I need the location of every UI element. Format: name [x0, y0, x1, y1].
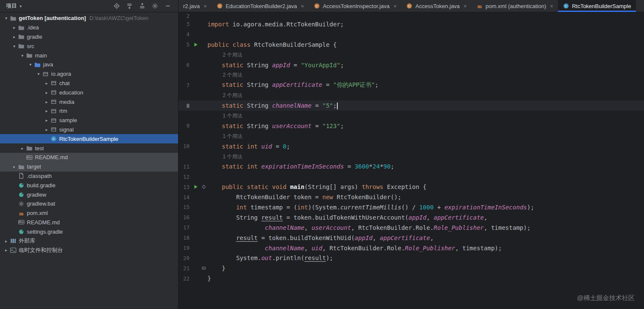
tree-item-gradle[interactable]: ▸gradle — [0, 32, 178, 42]
editor-gutter[interactable]: 4 — [178, 29, 207, 40]
code-line[interactable]: 13 public static void main(String[] args… — [178, 182, 644, 192]
code-line[interactable]: 9 static String userAccount = "123"; — [178, 121, 644, 131]
tab-AccessTokenInspector.java[interactable]: CAccessTokenInspector.java× — [309, 0, 401, 12]
editor-gutter[interactable]: 9 — [178, 121, 207, 131]
tree-item-src[interactable]: ▾src — [0, 41, 178, 51]
project-view-dropdown[interactable]: 项目 ▾ — [6, 2, 22, 10]
editor-gutter[interactable]: 11 — [178, 161, 207, 172]
usage-count-inlay[interactable]: 1 个用法 — [207, 154, 242, 160]
chevron-right-icon[interactable]: ▸ — [11, 34, 18, 39]
usage-count-inlay[interactable]: 1 个用法 — [207, 133, 242, 139]
chevron-down-icon[interactable]: ▾ — [3, 16, 10, 20]
diamond-icon[interactable] — [201, 184, 207, 190]
tree-item-gradlew.bat[interactable]: gradlew.bat — [0, 199, 178, 209]
tree-item-java[interactable]: ▾java — [0, 60, 178, 69]
inlay-hint-row[interactable]: 2 个用法 — [178, 50, 644, 60]
locate-icon[interactable] — [113, 3, 120, 9]
tree-item-signal[interactable]: ▸signal — [0, 125, 178, 134]
tab-RtcTokenBuilderSample[interactable]: CRtcTokenBuilderSample — [558, 0, 636, 12]
tree-item-pom.xml[interactable]: mpom.xml — [0, 209, 178, 218]
editor-gutter[interactable]: 16 — [178, 212, 207, 223]
editor-gutter[interactable] — [178, 50, 207, 60]
chevron-down-icon[interactable]: ▾ — [11, 44, 18, 49]
code-line[interactable]: 4 — [178, 29, 644, 40]
chevron-right-icon[interactable]: ▸ — [43, 100, 50, 104]
chevron-down-icon[interactable]: ▾ — [35, 72, 42, 76]
tree-item-chat[interactable]: ▸chat — [0, 79, 178, 88]
tree-item-README.md[interactable]: README.md — [0, 153, 178, 162]
tab-r2.java[interactable]: r2.java× — [178, 0, 212, 12]
chevron-right-icon[interactable]: ▸ — [11, 25, 18, 30]
tree-item-settings.gradle[interactable]: settings.gradle — [0, 227, 178, 236]
editor-gutter[interactable]: 20 — [178, 253, 207, 263]
tree-item-build.gradle[interactable]: build.gradle — [0, 180, 178, 190]
run-icon[interactable] — [193, 42, 198, 47]
tab-EducationTokenBuilder2.java[interactable]: CEducationTokenBuilder2.java× — [212, 0, 309, 12]
tree-item-RtcTokenBuilderSample[interactable]: CRtcTokenBuilderSample — [0, 134, 178, 143]
code-line[interactable]: 5public class RtcTokenBuilderSample { — [178, 40, 644, 50]
editor-gutter[interactable]: 22 — [178, 273, 207, 283]
editor-gutter[interactable]: 5 — [178, 40, 207, 50]
inlay-hint-row[interactable]: 2 个用法 — [178, 90, 644, 100]
editor-gutter[interactable]: 13 — [178, 182, 207, 192]
editor-gutter[interactable] — [178, 131, 207, 141]
code-line[interactable]: 17 channelName, userAccount, RtcTokenBui… — [178, 223, 644, 233]
code-line[interactable]: 22} — [178, 273, 644, 283]
tree-item-gradlew[interactable]: gradlew — [0, 190, 178, 199]
usage-count-inlay[interactable]: 2 个用法 — [207, 92, 242, 98]
tab-close-icon[interactable]: × — [301, 3, 304, 9]
tree-item-test[interactable]: ▸test — [0, 143, 178, 153]
fold-icon[interactable] — [201, 266, 207, 271]
hide-panel-icon[interactable] — [164, 3, 171, 9]
inlay-hint-row[interactable]: 1 个用法 — [178, 111, 644, 121]
collapse-all-icon[interactable] — [139, 3, 146, 9]
code-line[interactable]: 2 — [178, 12, 644, 19]
chevron-right-icon[interactable]: ▸ — [3, 248, 10, 252]
editor-gutter[interactable]: 6 — [178, 60, 207, 70]
editor-gutter[interactable]: 8 — [178, 100, 207, 111]
chevron-down-icon[interactable]: ▾ — [19, 53, 26, 58]
tree-item-rtm[interactable]: ▸rtm — [0, 106, 178, 116]
tree-item-README.md[interactable]: README.md — [0, 218, 178, 227]
tree-item-io.agora[interactable]: ▾io.agora — [0, 69, 178, 79]
code-line[interactable]: 7 static String appCertificate = "你的APP证… — [178, 80, 644, 90]
code-editor[interactable]: 23import io.agora.media.RtcTokenBuilder;… — [178, 12, 644, 309]
settings-icon[interactable] — [152, 3, 158, 9]
tab-close-icon[interactable]: × — [463, 3, 467, 9]
tree-item-.idea[interactable]: ▸.idea — [0, 23, 178, 32]
editor-gutter[interactable]: 21 — [178, 263, 207, 273]
tab-close-icon[interactable]: × — [550, 3, 553, 9]
tree-item-main[interactable]: ▾main — [0, 51, 178, 60]
run-icon[interactable] — [193, 184, 198, 190]
editor-gutter[interactable] — [178, 152, 207, 162]
tree-item-getToken-authentication-[interactable]: ▾getToken [authentication]D:\task\AWZC\g… — [0, 14, 178, 23]
code-line[interactable]: 3import io.agora.media.RtcTokenBuilder; — [178, 19, 644, 29]
editor-gutter[interactable]: 15 — [178, 202, 207, 212]
tree-item-education[interactable]: ▸education — [0, 88, 178, 97]
code-line[interactable]: 15 int timestamp = (int)(System.currentT… — [178, 202, 644, 212]
usage-count-inlay[interactable]: 1 个用法 — [207, 113, 242, 119]
inlay-hint-row[interactable]: 1 个用法 — [178, 131, 644, 141]
editor-gutter[interactable]: 18 — [178, 233, 207, 243]
editor-gutter[interactable]: 2 — [178, 12, 207, 19]
chevron-right-icon[interactable]: ▸ — [43, 127, 50, 132]
code-line[interactable]: 21 } — [178, 263, 644, 273]
editor-gutter[interactable]: 3 — [178, 19, 207, 29]
chevron-right-icon[interactable]: ▸ — [43, 81, 50, 86]
usage-count-inlay[interactable]: 2 个用法 — [207, 72, 242, 78]
chevron-right-icon[interactable]: ▸ — [11, 164, 18, 169]
code-line[interactable]: 16 String result = token.buildTokenWithU… — [178, 212, 644, 223]
editor-gutter[interactable] — [178, 70, 207, 80]
chevron-down-icon[interactable]: ▾ — [27, 62, 34, 67]
chevron-right-icon[interactable]: ▸ — [19, 146, 26, 151]
tab-close-icon[interactable]: × — [394, 3, 397, 9]
code-line[interactable]: 19 channelName, uid, RtcTokenBuilder.Rol… — [178, 243, 644, 253]
chevron-right-icon[interactable]: ▸ — [43, 109, 50, 113]
chevron-right-icon[interactable]: ▸ — [43, 90, 50, 95]
code-line[interactable]: 6 static String appId = "YourAppId"; — [178, 60, 644, 70]
tree-item-target[interactable]: ▸target — [0, 162, 178, 172]
editor-gutter[interactable]: 17 — [178, 223, 207, 233]
tree-item-media[interactable]: ▸media — [0, 97, 178, 106]
editor-gutter[interactable]: 10 — [178, 141, 207, 152]
editor-gutter[interactable]: 12 — [178, 172, 207, 182]
